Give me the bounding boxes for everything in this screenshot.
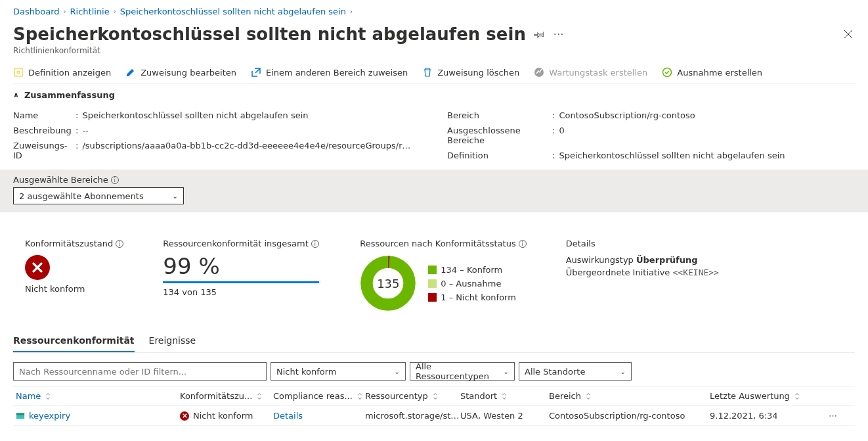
chevron-right-icon: › [64,8,66,15]
field-excluded-value: 0 [559,126,564,145]
th-name[interactable]: Name [16,391,180,401]
view-definition-button[interactable]: Definition anzeigen [13,67,111,78]
create-remediation-label: Wartungstask erstellen [549,68,647,78]
svg-point-1 [17,71,20,74]
view-definition-label: Definition anzeigen [28,68,111,78]
th-compliance[interactable]: Konformitätszu... [180,391,273,401]
filter-type-select[interactable]: Alle Ressourcentypen⌄ [410,362,515,381]
field-def-label: Definition [447,151,552,160]
filter-compliance-select[interactable]: Nicht konform⌄ [271,362,406,381]
filter-location-value: Alle Standorte [525,367,585,377]
legend-swatch-exempt [428,279,437,288]
view-icon [13,67,24,78]
ellipsis-icon[interactable]: ⋯ [552,28,565,41]
th-last-eval[interactable]: Letzte Auswertung [710,391,821,401]
th-reason[interactable]: Compliance reas... [273,391,365,401]
delete-assignment-button[interactable]: Zuweisung löschen [422,67,519,78]
row-scope-value: ContosoSubscription/rg-contoso [549,411,685,421]
svg-rect-7 [16,413,24,415]
crumb-policy[interactable]: Richtlinie [70,7,110,16]
impact-value: Überprüfung [636,255,698,265]
breadcrumb: Dashboard › Richtlinie › Speicherkontosc… [13,0,855,24]
export-icon [251,67,261,78]
svg-rect-0 [14,68,22,76]
table-row[interactable]: keyexpiry Nicht konform Details microsof… [13,406,855,426]
donut-total: 135 [360,255,416,312]
scopes-label: Ausgewählte Bereiche [13,175,108,185]
summary-heading: Zusammenfassung [24,90,115,100]
page-subtitle: Richtlinienkonformität [13,46,526,55]
legend-swatch-noncompliant [428,293,437,302]
info-icon[interactable]: i [311,240,319,248]
chevron-down-icon: ⌄ [504,368,509,375]
pencil-icon [125,67,136,78]
row-ellipsis-icon[interactable]: ⋯ [821,411,837,421]
sort-icon [584,392,593,401]
field-def-value: Speicherkontoschlüssel sollten nicht abg… [559,151,785,160]
info-icon[interactable]: i [519,240,527,248]
legend-compliant: 134 – Konform [441,265,502,275]
task-icon [534,67,544,78]
storage-icon [16,411,25,421]
chevron-right-icon: › [350,8,353,15]
summary-toggle[interactable]: ∧ Zusammenfassung [13,83,855,105]
crumb-dashboard[interactable]: Dashboard [13,7,60,16]
row-eval-value: 9.12.2021, 6:34 [710,411,778,421]
page-title: Speicherkontoschlüssel sollten nicht abg… [13,24,526,45]
scopes-dropdown[interactable]: 2 ausgewählte Abonnements ⌄ [13,187,184,204]
field-desc-value: -- [82,126,88,135]
filter-type-value: Alle Ressourcentypen [416,361,504,381]
noncompliant-icon [25,255,50,280]
info-icon[interactable]: i [116,240,123,248]
assign-other-scope-button[interactable]: Einem anderen Bereich zuweisen [251,67,408,78]
th-location[interactable]: Standort [460,391,549,401]
resource-name-link[interactable]: keyexpiry [29,411,70,421]
noncompliant-badge-icon [180,411,189,421]
legend-noncompliant: 1 – Nicht konform [441,292,516,302]
chevron-down-icon: ⌄ [620,368,626,375]
field-scope-label: Bereich [447,110,552,120]
compliance-state-title: Konformitätszustand [25,239,113,248]
sort-icon [43,392,53,401]
trash-icon [422,67,433,78]
tab-resource-compliance[interactable]: Ressourcenkonformität [13,331,135,352]
filter-search-input[interactable] [13,362,267,381]
compliance-count: 134 von 135 [163,287,320,297]
edit-assignment-button[interactable]: Zuweisung bearbeiten [125,67,236,78]
field-assignid-label: Zuweisungs-ID [13,141,76,160]
filter-compliance-value: Nicht konform [276,367,337,377]
th-scope[interactable]: Bereich [549,391,710,401]
donut-chart: 135 [360,255,416,312]
field-name-value: Speicherkontoschlüssel sollten nicht abg… [82,110,308,120]
field-assignid-value: /subscriptions/aaaa0a0a-bb1b-cc2c-dd3d-e… [82,141,410,160]
th-type[interactable]: Ressourcentyp [365,391,460,401]
crumb-current[interactable]: Speicherkontoschlüssel sollten nicht abg… [120,7,346,16]
svg-point-2 [534,68,544,77]
field-scope-value: ContosoSubscription/rg-contoso [559,110,695,120]
resource-table: Name Konformitätszu... Compliance reas..… [13,386,855,426]
sort-icon [255,392,264,401]
compliance-percent: 99 % [163,255,320,277]
compliance-state-value: Nicht konform [25,284,123,294]
row-reason-link[interactable]: Details [273,411,303,421]
create-remediation-button: Wartungstask erstellen [534,67,647,78]
compliance-bar [163,281,320,283]
resource-compliance-title: Ressourcenkonformität insgesamt [163,239,308,248]
by-state-title: Ressourcen nach Konformitätsstatus [360,239,515,248]
scopes-bar: Ausgewählte Bereiche i 2 ausgewählte Abo… [0,170,868,212]
create-exemption-button[interactable]: Ausnahme erstellen [662,67,762,78]
row-location-value: USA, Westen 2 [460,411,523,421]
sort-icon [792,392,802,401]
close-icon[interactable] [842,28,855,41]
parent-label: Übergeordnete Initiative [566,267,673,277]
check-circle-icon [662,67,672,78]
chevron-down-icon: ⌄ [395,368,400,375]
info-icon[interactable]: i [111,176,119,184]
filter-location-select[interactable]: Alle Standorte⌄ [519,362,632,381]
sort-icon [500,392,509,401]
sort-icon [431,392,440,401]
pin-icon[interactable] [532,28,546,41]
tab-events[interactable]: Ereignisse [149,331,196,352]
row-compliance-value: Nicht konform [193,411,253,421]
legend-exempt: 0 – Ausnahme [441,279,501,289]
